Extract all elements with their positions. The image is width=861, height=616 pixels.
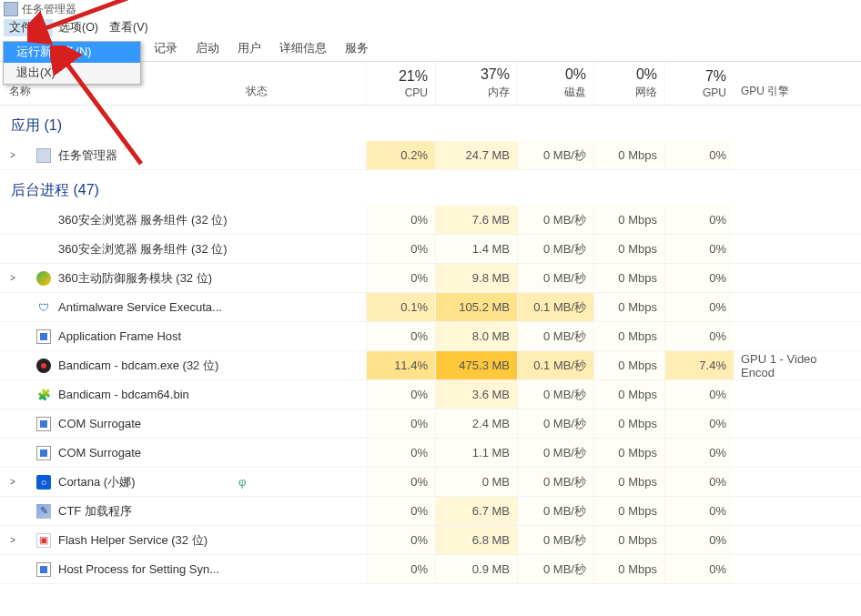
disk-percent: 0% xyxy=(565,66,586,83)
cell-mem: 8.0 MB xyxy=(435,322,517,350)
process-name-cell: Bandicam - bdcam64.bin xyxy=(0,388,238,402)
tab-details[interactable]: 详细信息 xyxy=(270,36,336,61)
cell-cpu: 0% xyxy=(366,235,435,263)
tab-history[interactable]: 记录 xyxy=(145,36,187,61)
process-name-cell: >Flash Helper Service (32 位) xyxy=(0,532,238,549)
flash-icon xyxy=(36,533,51,548)
process-row[interactable]: Host Process for Setting Syn...0%0.9 MB0… xyxy=(0,555,861,584)
expander-icon[interactable]: > xyxy=(7,477,18,487)
cell-net: 0 Mbps xyxy=(593,409,664,438)
cell-gpu: 0% xyxy=(664,439,734,467)
expander-icon[interactable]: > xyxy=(7,535,18,545)
expander-icon[interactable]: > xyxy=(7,273,18,283)
cell-mem: 6.7 MB xyxy=(435,497,517,525)
group-background[interactable]: 后台进程 (47) xyxy=(0,170,861,206)
process-row[interactable]: Antimalware Service Executa...0.1%105.2 … xyxy=(0,293,861,322)
col-memory[interactable]: 37% 内存 xyxy=(435,62,517,105)
cell-cpu: 0% xyxy=(366,206,435,234)
cell-cpu: 0% xyxy=(366,322,435,350)
cell-cpu: 0% xyxy=(366,439,435,467)
cell-net: 0 Mbps xyxy=(593,351,664,379)
cell-cpu: 0% xyxy=(366,555,435,583)
col-cpu[interactable]: 21% CPU xyxy=(366,62,435,105)
cell-mem: 1.1 MB xyxy=(435,439,517,467)
process-name: 360主动防御服务模块 (32 位) xyxy=(58,270,212,287)
process-row[interactable]: Bandicam - bdcam.exe (32 位)11.4%475.3 MB… xyxy=(0,351,861,380)
menu-options[interactable]: 选项(O) xyxy=(53,19,104,36)
process-row[interactable]: Application Frame Host0%8.0 MB0 MB/秒0 Mb… xyxy=(0,322,861,351)
cell-mem: 9.8 MB xyxy=(435,264,517,292)
process-row[interactable]: >Flash Helper Service (32 位)0%6.8 MB0 MB… xyxy=(0,526,861,555)
cell-mem: 3.6 MB xyxy=(435,380,517,409)
col-state-label: 状态 xyxy=(246,84,268,99)
menu-bar: 文件(F) 选项(O) 查看(V) xyxy=(0,18,861,36)
tab-services[interactable]: 服务 xyxy=(336,36,378,61)
cell-disk: 0.1 MB/秒 xyxy=(517,351,593,379)
process-row[interactable]: >任务管理器0.2%24.7 MB0 MB/秒0 Mbps0% xyxy=(0,141,861,170)
cell-cpu: 0% xyxy=(366,380,435,409)
menu-view[interactable]: 查看(V) xyxy=(104,19,154,36)
shield-icon xyxy=(36,300,51,315)
process-row[interactable]: 360安全浏览器 服务组件 (32 位)0%1.4 MB0 MB/秒0 Mbps… xyxy=(0,235,861,264)
process-list: 应用 (1) >任务管理器0.2%24.7 MB0 MB/秒0 Mbps0% 后… xyxy=(0,106,861,584)
cell-disk: 0 MB/秒 xyxy=(517,322,593,350)
process-row[interactable]: >Cortana (小娜)φ0%0 MB0 MB/秒0 Mbps0% xyxy=(0,468,861,497)
process-name: CTF 加载程序 xyxy=(58,503,132,520)
process-name-cell: CTF 加载程序 xyxy=(0,503,238,520)
process-row[interactable]: >360主动防御服务模块 (32 位)0%9.8 MB0 MB/秒0 Mbps0… xyxy=(0,264,861,293)
col-network[interactable]: 0% 网络 xyxy=(593,62,664,105)
cell-disk: 0 MB/秒 xyxy=(517,141,593,169)
cell-gpu: 0% xyxy=(664,206,734,234)
process-name: Application Frame Host xyxy=(58,329,181,343)
360-icon xyxy=(36,271,51,286)
cell-gpu: 0% xyxy=(664,526,734,554)
cell-cpu: 0% xyxy=(366,526,435,554)
cell-disk: 0 MB/秒 xyxy=(517,264,593,292)
col-state[interactable]: 状态 xyxy=(238,62,366,105)
cell-mem: 105.2 MB xyxy=(435,293,517,321)
cell-disk: 0 MB/秒 xyxy=(517,555,593,583)
process-name: 任务管理器 xyxy=(58,147,117,164)
cell-mem: 1.4 MB xyxy=(435,235,517,263)
gpu-label: GPU xyxy=(703,86,726,99)
col-disk[interactable]: 0% 磁盘 xyxy=(517,62,593,105)
window-title: 任务管理器 xyxy=(22,2,76,17)
cell-net: 0 Mbps xyxy=(593,468,664,496)
cell-gpu: 0% xyxy=(664,409,734,438)
process-row[interactable]: Bandicam - bdcam64.bin0%3.6 MB0 MB/秒0 Mb… xyxy=(0,380,861,409)
mem-percent: 37% xyxy=(481,66,510,83)
expander-icon[interactable]: > xyxy=(7,150,18,160)
process-row[interactable]: 360安全浏览器 服务组件 (32 位)0%7.6 MB0 MB/秒0 Mbps… xyxy=(0,206,861,235)
mem-label: 内存 xyxy=(488,85,510,100)
cell-net: 0 Mbps xyxy=(593,497,664,525)
group-apps[interactable]: 应用 (1) xyxy=(0,106,861,141)
process-row[interactable]: COM Surrogate0%1.1 MB0 MB/秒0 Mbps0% xyxy=(0,439,861,468)
app-icon xyxy=(36,417,51,431)
cell-disk: 0 MB/秒 xyxy=(517,468,593,496)
gpu-percent: 7% xyxy=(705,68,726,85)
process-row[interactable]: COM Surrogate0%2.4 MB0 MB/秒0 Mbps0% xyxy=(0,409,861,439)
col-gpu-engine[interactable]: GPU 引擎 xyxy=(734,62,861,105)
process-name: Flash Helper Service (32 位) xyxy=(58,532,208,549)
process-name-cell: 360安全浏览器 服务组件 (32 位) xyxy=(0,241,238,258)
process-name-cell: >Cortana (小娜) xyxy=(0,474,238,490)
menu-exit[interactable]: 退出(X) xyxy=(4,63,140,84)
cell-gpu: 0% xyxy=(664,141,734,169)
cell-net: 0 Mbps xyxy=(593,439,664,467)
tab-startup[interactable]: 启动 xyxy=(187,36,228,61)
col-gpu[interactable]: 7% GPU xyxy=(664,62,734,105)
cell-gpu: 7.4% xyxy=(664,351,734,379)
cell-disk: 0 MB/秒 xyxy=(517,497,593,525)
menu-run-new-task[interactable]: 运行新任务(N) xyxy=(4,42,140,63)
cell-gpu: 0% xyxy=(664,468,734,496)
cpu-label: CPU xyxy=(405,86,428,99)
process-row[interactable]: CTF 加载程序0%6.7 MB0 MB/秒0 Mbps0% xyxy=(0,497,861,526)
menu-file[interactable]: 文件(F) xyxy=(4,19,53,36)
app-icon xyxy=(36,446,51,460)
cell-gpu: 0% xyxy=(664,380,734,409)
title-bar: 任务管理器 xyxy=(0,0,861,18)
cell-gpu-engine: GPU 1 - Video Encod xyxy=(734,352,861,379)
app-icon xyxy=(36,329,51,344)
cell-disk: 0 MB/秒 xyxy=(517,206,593,234)
tab-users[interactable]: 用户 xyxy=(228,36,270,61)
